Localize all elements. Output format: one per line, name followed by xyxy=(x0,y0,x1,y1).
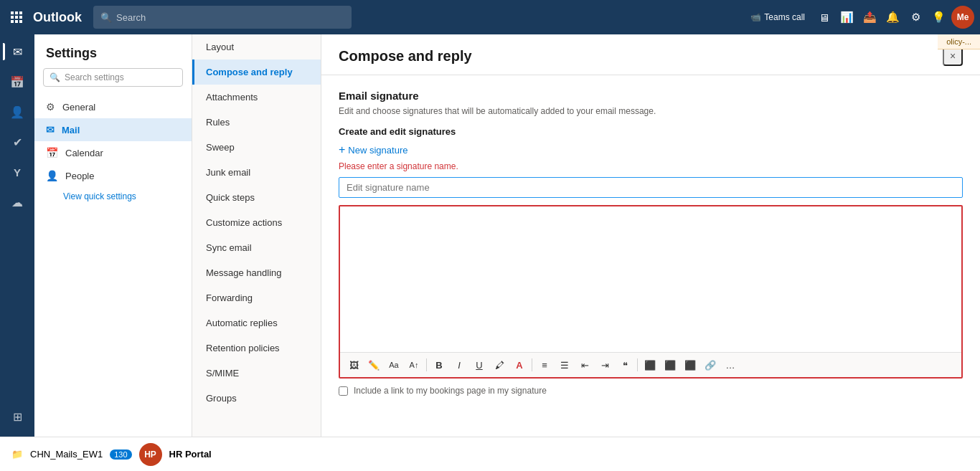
search-input[interactable] xyxy=(116,12,344,23)
toolbar-quote[interactable]: ❝ xyxy=(616,356,634,374)
yammer-icon: Y xyxy=(14,166,21,179)
search-bar[interactable]: 🔍 xyxy=(93,6,352,29)
subnav-sync[interactable]: Sync email xyxy=(192,235,321,260)
content-area: olicy-... Compose and reply × Email sign… xyxy=(321,34,980,437)
teams-call-button[interactable]: 📹 Teams call xyxy=(745,9,811,25)
rail-mail[interactable]: ✉ xyxy=(3,37,32,66)
mail-icon: ✉ xyxy=(13,45,22,59)
svg-rect-5 xyxy=(19,16,22,19)
toolbar-outdent[interactable]: ⇤ xyxy=(575,356,594,374)
toolbar-fontsize[interactable]: Aa xyxy=(385,356,403,374)
plus-icon: + xyxy=(339,144,345,156)
settings-search-box[interactable]: 🔍 xyxy=(43,68,183,87)
signature-toolbar: 🖼 ✏️ Aa A↑ B I U 🖍 A ≡ ☰ ⇤ ⇥ ❝ xyxy=(340,352,961,377)
subnav-rules[interactable]: Rules xyxy=(192,110,321,135)
subnav-retention[interactable]: Retention policies xyxy=(192,336,321,361)
toolbar-underline[interactable]: U xyxy=(470,356,489,374)
contacts-icon: 👤 xyxy=(10,105,24,119)
toolbar-sep-2 xyxy=(532,358,532,371)
toolbar-sep-1 xyxy=(426,358,427,371)
share-screen-icon: 🖥 xyxy=(819,11,829,24)
subnav-compose[interactable]: Compose and reply xyxy=(192,60,321,85)
toolbar-fontcolor[interactable]: A xyxy=(510,356,529,374)
settings-nav-people[interactable]: 👤 People xyxy=(34,164,192,187)
rail-apps[interactable]: ⊞ xyxy=(3,402,32,431)
waffle-menu[interactable] xyxy=(6,6,27,28)
bell-icon: 🔔 xyxy=(886,11,900,24)
topnav-right-actions: 📹 Teams call 🖥 📊 📤 🔔 ⚙ 💡 Me xyxy=(745,6,974,29)
calendar-icon: 📅 xyxy=(10,75,24,89)
help-button[interactable]: 💡 xyxy=(928,7,948,27)
toolbar-sep-3 xyxy=(637,358,638,371)
toolbar-fontgrow[interactable]: A↑ xyxy=(405,356,423,374)
booking-checkbox-label[interactable]: Include a link to my bookings page in my… xyxy=(354,386,547,396)
toolbar-link[interactable]: 🔗 xyxy=(701,356,720,374)
signature-editor-wrapper: 🖼 ✏️ Aa A↑ B I U 🖍 A ≡ ☰ ⇤ ⇥ ❝ xyxy=(339,205,963,379)
rail-onedrive[interactable]: ☁ xyxy=(3,188,32,217)
toolbar-highlight[interactable]: 🖍 xyxy=(490,356,509,374)
subnav-smime[interactable]: S/MIME xyxy=(192,361,321,386)
mail-nav-icon: ✉ xyxy=(46,124,55,135)
toolbar-align-center[interactable]: ⬛ xyxy=(661,356,679,374)
subnav-quicksteps[interactable]: Quick steps xyxy=(192,185,321,210)
settings-button[interactable]: ⚙ xyxy=(905,7,925,27)
app-logo: Outlook xyxy=(33,10,82,25)
subnav-attachments[interactable]: Attachments xyxy=(192,85,321,110)
send-button[interactable]: 📤 xyxy=(859,7,880,27)
folder-icon: 📁 xyxy=(11,449,23,460)
svg-rect-4 xyxy=(15,16,18,19)
settings-nav-general[interactable]: ⚙ General xyxy=(34,95,192,118)
toolbar-numbering[interactable]: ☰ xyxy=(555,356,574,374)
toolbar-indent[interactable]: ⇥ xyxy=(595,356,614,374)
help-icon: 💡 xyxy=(932,11,946,24)
toolbar-align-left[interactable]: ⬛ xyxy=(641,356,659,374)
toolbar-image[interactable]: 🖼 xyxy=(344,356,363,374)
share-screen-button[interactable]: 🖥 xyxy=(814,7,834,27)
rail-calendar[interactable]: 📅 xyxy=(3,67,32,96)
subnav-groups[interactable]: Groups xyxy=(192,386,321,411)
toolbar-bullets[interactable]: ≡ xyxy=(535,356,554,374)
subnav-messagehandling[interactable]: Message handling xyxy=(192,260,321,285)
settings-panel: Settings 🔍 ⚙ General ✉ Mail 📅 Calendar 👤… xyxy=(34,34,192,437)
subnav-sweep[interactable]: Sweep xyxy=(192,135,321,160)
settings-nav: ⚙ General ✉ Mail 📅 Calendar 👤 People Vie… xyxy=(34,95,192,206)
view-quick-settings-link[interactable]: View quick settings xyxy=(34,187,192,206)
toolbar-more[interactable]: … xyxy=(721,356,740,374)
onedrive-icon: ☁ xyxy=(11,196,23,209)
toolbar-bold[interactable]: B xyxy=(430,356,448,374)
subnav-junk[interactable]: Junk email xyxy=(192,160,321,185)
toolbar-align-right[interactable]: ⬛ xyxy=(681,356,699,374)
apps-icon: ⊞ xyxy=(13,410,22,424)
notifications-button[interactable]: 🔔 xyxy=(882,7,903,27)
toolbar-draw[interactable]: ✏️ xyxy=(364,356,383,374)
subnav-forwarding[interactable]: Forwarding xyxy=(192,285,321,310)
toolbar-italic[interactable]: I xyxy=(450,356,468,374)
settings-search-input[interactable] xyxy=(65,72,176,82)
tasks-icon: ✔ xyxy=(13,135,22,149)
subnav-autoreplies[interactable]: Automatic replies xyxy=(192,310,321,336)
grid-view-button[interactable]: 📊 xyxy=(837,7,857,27)
signature-editor[interactable] xyxy=(340,206,961,350)
svg-rect-7 xyxy=(15,20,18,23)
subnav-layout[interactable]: Layout xyxy=(192,34,321,60)
video-icon: 📹 xyxy=(750,12,761,22)
rail-contacts[interactable]: 👤 xyxy=(3,97,32,126)
rail-tasks[interactable]: ✔ xyxy=(3,128,32,156)
gear-icon: ⚙ xyxy=(911,11,920,24)
settings-nav-mail[interactable]: ✉ Mail xyxy=(34,118,192,141)
bottom-bar: 📁 CHN_Mails_EW1 130 HP HR Portal xyxy=(0,437,980,471)
booking-checkbox-row: Include a link to my bookings page in my… xyxy=(339,386,963,396)
settings-nav-calendar[interactable]: 📅 Calendar xyxy=(34,141,192,164)
email-signature-desc: Edit and choose signatures that will be … xyxy=(339,106,963,116)
subnav-customize[interactable]: Customize actions xyxy=(192,210,321,235)
new-signature-button[interactable]: + New signature xyxy=(339,144,963,156)
user-avatar[interactable]: Me xyxy=(951,6,974,29)
top-navigation: Outlook 🔍 📹 Teams call 🖥 📊 📤 🔔 ⚙ 💡 Me xyxy=(0,0,980,34)
svg-rect-3 xyxy=(11,16,14,19)
svg-rect-0 xyxy=(11,11,14,14)
rail-yammer[interactable]: Y xyxy=(3,158,32,186)
booking-checkbox[interactable] xyxy=(339,386,348,396)
sender-name: HR Portal xyxy=(169,449,212,460)
svg-rect-6 xyxy=(11,20,14,23)
signature-name-input[interactable] xyxy=(339,177,963,198)
